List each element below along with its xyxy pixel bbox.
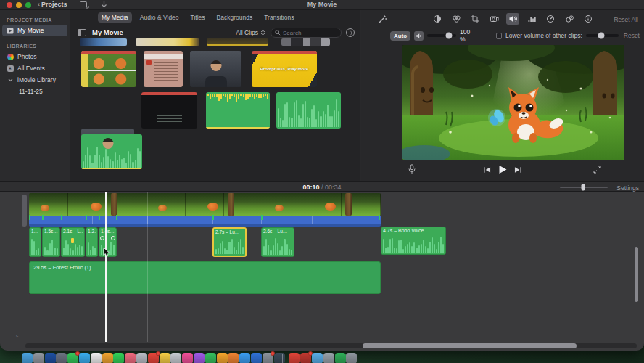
- audio-clip[interactable]: 2.1s – L…: [61, 227, 85, 257]
- chevron-down-icon[interactable]: [7, 76, 14, 83]
- effects-icon[interactable]: [563, 13, 576, 25]
- vertical-scrollbar[interactable]: [635, 247, 638, 302]
- volume-slider[interactable]: [427, 34, 456, 37]
- dock-app-7[interactable]: [91, 353, 102, 363]
- timeline-corner-glyph: ⌞: [16, 331, 19, 338]
- media-thumbnail-audio-clip[interactable]: [206, 92, 270, 129]
- dock-app-9[interactable]: [113, 353, 124, 363]
- tab-backgrounds[interactable]: Backgrounds: [213, 12, 257, 23]
- dock-app-4[interactable]: [56, 353, 67, 363]
- audio-clip[interactable]: 1…: [29, 227, 41, 257]
- dock-app-12[interactable]: [148, 353, 159, 363]
- reset-button[interactable]: Reset: [624, 32, 640, 39]
- play-button[interactable]: [498, 165, 507, 174]
- sidebar-item-all-events[interactable]: ★ All Events: [0, 62, 70, 74]
- continuous-playback-icon[interactable]: [346, 28, 355, 37]
- video-audio-track[interactable]: [29, 216, 381, 227]
- preview-viewer[interactable]: [402, 45, 624, 160]
- tab-my-media[interactable]: My Media: [98, 12, 132, 23]
- sidebar-item-my-movie[interactable]: My Movie: [2, 25, 67, 36]
- timeline-settings-button[interactable]: Settings: [616, 184, 639, 192]
- timeline-zoom-slider[interactable]: [560, 187, 608, 188]
- color-correction-icon[interactable]: [450, 13, 463, 25]
- dock-app-27[interactable]: [323, 353, 334, 363]
- dock-app-6[interactable]: [79, 353, 90, 363]
- dock-app-20[interactable]: [239, 353, 250, 363]
- dock-app-14[interactable]: [170, 353, 181, 363]
- media-thumbnail-document[interactable]: [144, 51, 183, 87]
- time-display: 00:10 / 00:34: [0, 184, 644, 191]
- media-thumbnail-screen-recording[interactable]: [141, 92, 197, 129]
- crop-icon[interactable]: [468, 13, 482, 25]
- audio-clip[interactable]: 4.7s – Bobo Voice: [381, 227, 446, 255]
- audio-clip[interactable]: 1.5s…: [42, 227, 60, 257]
- previous-frame-button[interactable]: [483, 166, 491, 174]
- tab-transitions[interactable]: Transitions: [260, 12, 297, 23]
- dock-app-21[interactable]: [251, 353, 262, 363]
- media-thumbnail-fox-collage[interactable]: [81, 51, 136, 87]
- lower-volume-checkbox[interactable]: [496, 33, 502, 39]
- background-music-clip[interactable]: 29.5s – Forest Frolic (1): [29, 261, 381, 294]
- media-thumbnail-partial[interactable]: [136, 38, 199, 46]
- media-thumbnail-partial[interactable]: [281, 38, 330, 46]
- timeline[interactable]: 1… 1.5s… 2.1s – L… 1.2… 1.4s… 2.7s – Lu……: [0, 192, 644, 351]
- sidebar-item-event-date[interactable]: 11-11-25: [0, 86, 70, 97]
- tab-titles[interactable]: Titles: [187, 12, 209, 23]
- voiceover-mic-icon[interactable]: [408, 164, 416, 175]
- lower-volume-slider[interactable]: [586, 34, 619, 37]
- dock-app-10[interactable]: [125, 353, 136, 363]
- fullscreen-icon[interactable]: [593, 166, 601, 174]
- next-frame-button[interactable]: [514, 166, 522, 174]
- dock-app-22[interactable]: [263, 353, 273, 363]
- playhead[interactable]: [105, 192, 107, 342]
- dock-app-3[interactable]: [45, 353, 56, 363]
- speed-icon[interactable]: [544, 13, 557, 25]
- media-thumbnail-webcam[interactable]: [190, 51, 242, 87]
- audio-clip-selected[interactable]: 2.7s – Lu…: [212, 227, 247, 257]
- video-clip-filmstrip[interactable]: [29, 193, 381, 216]
- dock-app-19[interactable]: [228, 353, 239, 363]
- search-field[interactable]: [271, 28, 342, 38]
- dock-app-25[interactable]: [300, 353, 311, 363]
- clip-filter-dropdown[interactable]: All Clips: [236, 29, 265, 36]
- dock-app-28[interactable]: [335, 353, 346, 363]
- dock-app-18[interactable]: [217, 353, 228, 363]
- fade-handle[interactable]: [111, 236, 115, 240]
- sidebar-item-photos[interactable]: Photos: [0, 51, 70, 62]
- dock-app-15[interactable]: [182, 353, 193, 363]
- sidebar-item-imovie-library[interactable]: iMovie Library: [0, 74, 70, 86]
- sidebar-toggle-icon[interactable]: [78, 29, 86, 36]
- volume-icon[interactable]: [506, 13, 519, 25]
- dock-app-13[interactable]: [160, 353, 170, 363]
- stabilization-icon[interactable]: [487, 13, 500, 25]
- enhance-wand-icon[interactable]: [377, 15, 387, 25]
- auto-volume-button[interactable]: Auto: [390, 31, 410, 41]
- media-thumbnail-partial[interactable]: [80, 38, 127, 46]
- fade-handle[interactable]: [100, 236, 104, 240]
- tab-audio-video[interactable]: Audio & Video: [136, 12, 183, 23]
- dock-app-17[interactable]: [205, 353, 216, 363]
- noise-equalizer-icon[interactable]: [525, 13, 538, 25]
- mute-button[interactable]: [414, 31, 424, 41]
- dock-app-5[interactable]: [67, 353, 78, 363]
- clip-info-icon[interactable]: [582, 13, 595, 25]
- dock-app-2[interactable]: [33, 353, 44, 363]
- audio-clip[interactable]: 1.2…: [86, 227, 98, 257]
- clip-trim-handle[interactable]: [22, 195, 27, 227]
- dock-app-1[interactable]: [22, 353, 33, 363]
- media-thumbnail-promo[interactable]: Prompt less, Play more: [252, 51, 317, 87]
- media-thumbnail-audio-clip[interactable]: [276, 92, 341, 129]
- dock-app-26[interactable]: [312, 353, 323, 363]
- reset-all-button[interactable]: Reset All: [614, 16, 638, 23]
- color-balance-icon[interactable]: [431, 13, 444, 25]
- search-input[interactable]: [283, 30, 337, 36]
- dock-app-29[interactable]: [346, 353, 357, 363]
- dock-app-16[interactable]: [194, 353, 205, 363]
- dock[interactable]: [0, 353, 644, 363]
- media-thumbnail-partial[interactable]: [207, 38, 268, 46]
- audio-clip[interactable]: 2.6s – Lu…: [261, 227, 294, 257]
- dock-app-24[interactable]: [289, 353, 300, 363]
- horizontal-scrollbar-thumb[interactable]: [363, 343, 577, 348]
- dock-app-8[interactable]: [102, 353, 113, 363]
- dock-app-11[interactable]: [136, 353, 147, 363]
